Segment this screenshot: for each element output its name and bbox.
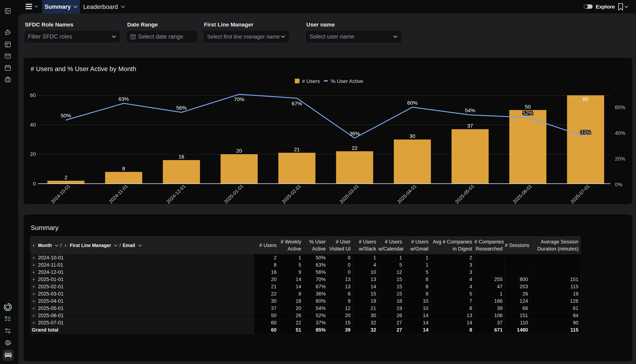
svg-text:56%: 56% — [176, 105, 186, 111]
svg-text:2025-03-01: 2025-03-01 — [338, 183, 360, 204]
svg-text:20%: 20% — [615, 156, 625, 162]
svg-text:63%: 63% — [118, 96, 129, 102]
svg-text:52%: 52% — [523, 110, 533, 116]
svg-text:36%: 36% — [349, 131, 360, 136]
svg-text:2024-11-01: 2024-11-01 — [108, 183, 129, 204]
svg-text:30: 30 — [409, 133, 415, 139]
svg-text:60: 60 — [583, 96, 588, 102]
svg-text:2: 2 — [65, 174, 68, 180]
svg-text:0: 0 — [33, 181, 36, 187]
svg-text:2025-07-01: 2025-07-01 — [569, 183, 591, 204]
svg-text:50: 50 — [525, 104, 531, 110]
svg-text:20: 20 — [30, 151, 36, 157]
svg-text:50%: 50% — [61, 113, 71, 118]
svg-text:2024-10-01: 2024-10-01 — [50, 183, 71, 204]
svg-text:2025-01-01: 2025-01-01 — [223, 183, 244, 204]
svg-text:54%: 54% — [465, 108, 475, 113]
svg-text:21: 21 — [294, 147, 300, 152]
svg-text:37%: 37% — [580, 130, 591, 135]
svg-text:60: 60 — [30, 92, 36, 98]
svg-text:16: 16 — [178, 154, 184, 160]
svg-text:2025-02-01: 2025-02-01 — [281, 183, 302, 204]
svg-text:2024-12-01: 2024-12-01 — [165, 183, 186, 204]
svg-text:% User Active: % User Active — [331, 78, 363, 84]
svg-text:8: 8 — [122, 166, 125, 172]
svg-text:2025-04-01: 2025-04-01 — [396, 183, 417, 204]
svg-text:70%: 70% — [234, 96, 244, 102]
svg-text:40%: 40% — [615, 130, 625, 136]
svg-text:37: 37 — [467, 123, 473, 129]
svg-text:60%: 60% — [615, 104, 625, 110]
svg-text:60%: 60% — [407, 100, 417, 106]
svg-text:2025-05-01: 2025-05-01 — [454, 183, 475, 204]
svg-text:2025-06-01: 2025-06-01 — [512, 183, 533, 204]
svg-text:20: 20 — [236, 148, 242, 154]
svg-text:40: 40 — [30, 122, 36, 128]
svg-text:# Users: # Users — [302, 78, 320, 84]
svg-text:67%: 67% — [292, 101, 302, 106]
svg-text:22: 22 — [352, 145, 357, 151]
svg-text:0%: 0% — [615, 182, 622, 187]
